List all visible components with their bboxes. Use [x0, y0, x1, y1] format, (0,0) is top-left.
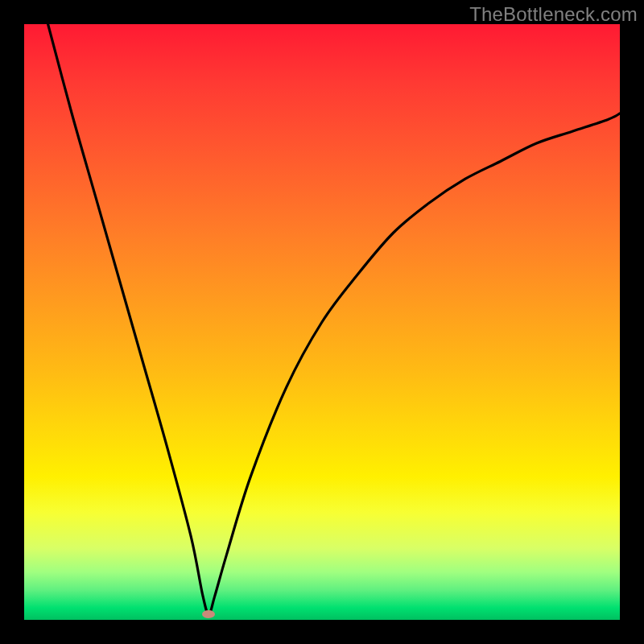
bottleneck-curve — [24, 24, 620, 620]
watermark-text: TheBottleneck.com — [469, 3, 638, 26]
optimal-point-marker — [202, 610, 215, 618]
plot-area — [24, 24, 620, 620]
chart-frame: TheBottleneck.com — [0, 0, 644, 644]
